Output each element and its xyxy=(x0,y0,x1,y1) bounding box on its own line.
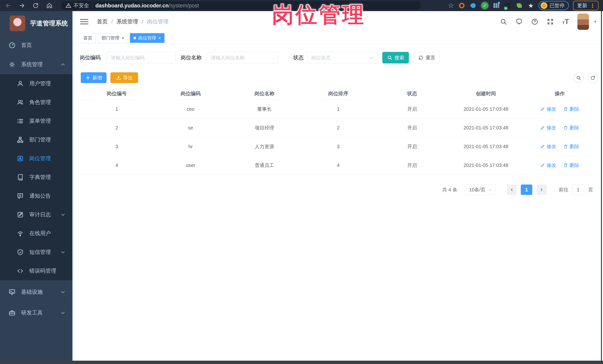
delete-link[interactable]: 删除 xyxy=(563,106,579,112)
delete-link[interactable]: 删除 xyxy=(563,162,579,169)
tab-posts[interactable]: 岗位管理 × xyxy=(130,33,164,43)
page-size-select[interactable]: 10条/页 xyxy=(465,185,496,195)
browser-back-icon[interactable] xyxy=(4,2,12,9)
delete-link[interactable]: 删除 xyxy=(563,143,579,150)
sidebar-item-dev-tools[interactable]: 研发工具 xyxy=(0,302,72,323)
extension-star-icon[interactable]: ★ xyxy=(527,2,534,9)
dashboard-icon xyxy=(9,42,16,49)
browser-forward-icon[interactable] xyxy=(18,2,26,9)
reset-button-label: 重置 xyxy=(426,55,435,61)
tab-departments[interactable]: 部门管理 × xyxy=(98,33,128,43)
cell-post-name: 普通员工 xyxy=(228,162,302,169)
security-warning[interactable]: 不安全 xyxy=(66,2,89,9)
sidebar-scrollbar[interactable] xyxy=(72,11,73,361)
address-bar[interactable]: 不安全 dashboard.yudao.iocoder.cn/system/po… xyxy=(61,1,421,10)
announcement-icon xyxy=(17,192,24,199)
extension-stack-icon[interactable]: G xyxy=(504,2,511,9)
extension-grid-icon[interactable] xyxy=(493,2,500,9)
col-header-post-id: 岗位编号 xyxy=(80,90,154,97)
sidebar-item-infrastructure[interactable]: 基础设施 xyxy=(0,282,72,302)
sidebar-item-announcements[interactable]: 通知公告 xyxy=(0,187,72,205)
extension-leaf-icon[interactable] xyxy=(516,2,523,9)
search-button[interactable]: 搜索 xyxy=(382,52,409,63)
edit-link[interactable]: 修改 xyxy=(540,106,556,112)
sidebar-item-audit-log[interactable]: 审计日志 xyxy=(0,205,72,224)
close-icon[interactable]: × xyxy=(158,36,161,40)
cell-operations: 修改 删除 xyxy=(523,106,597,112)
page-unit-label: 页 xyxy=(588,185,593,195)
next-page-button[interactable] xyxy=(536,185,546,195)
sidebar-item-system[interactable]: 系统管理 xyxy=(0,55,72,74)
post-name-input[interactable] xyxy=(207,52,278,63)
sidebar-item-sms[interactable]: 短信管理 xyxy=(0,243,72,262)
bookmark-star-icon[interactable]: ☆ xyxy=(448,2,454,10)
update-button[interactable]: 更新 ⋮ xyxy=(573,1,599,10)
sidebar-item-label: 部门管理 xyxy=(29,136,51,143)
dictionary-icon xyxy=(17,174,24,181)
extension-blue-pin-icon[interactable] xyxy=(470,2,477,9)
sidebar-item-menus[interactable]: 菜单管理 xyxy=(0,112,72,130)
font-size-icon[interactable]: TT xyxy=(562,18,569,25)
app-title: 芋道管理系统 xyxy=(30,19,68,28)
url-text: dashboard.yudao.iocoder.cn/system/post xyxy=(95,3,199,9)
trash-icon xyxy=(563,163,568,168)
cell-post-code: ceo xyxy=(154,106,228,112)
avatar[interactable] xyxy=(577,13,589,30)
browser-reload-icon[interactable] xyxy=(32,2,39,9)
browser-home-icon[interactable] xyxy=(46,2,53,9)
chevron-down-icon[interactable]: ▾ xyxy=(594,19,596,24)
sidebar-item-online-users[interactable]: 在线用户 xyxy=(0,224,72,243)
sidebar-item-label: 角色管理 xyxy=(29,99,51,106)
tab-home[interactable]: 首页 xyxy=(80,33,96,43)
status-select-placeholder: 岗位状态 xyxy=(311,55,331,61)
extension-green-check-icon[interactable]: ✓ xyxy=(481,2,488,9)
cell-post-id: 3 xyxy=(80,144,154,149)
annotation-title: 岗位管理 xyxy=(272,0,366,29)
edit-link[interactable]: 修改 xyxy=(540,143,556,150)
delete-label: 删除 xyxy=(569,106,579,112)
breadcrumb-home[interactable]: 首页 xyxy=(97,18,108,25)
paused-badge[interactable]: ☺ 已暂停 xyxy=(539,1,569,10)
post-code-input[interactable] xyxy=(106,52,176,63)
sidebar-item-error-codes[interactable]: 错误码管理 xyxy=(0,262,72,280)
tags-view-bar: 首页 部门管理 × 岗位管理 × xyxy=(73,32,603,44)
status-select[interactable]: 岗位状态 xyxy=(307,52,378,63)
sidebar-item-home[interactable]: 首页 xyxy=(0,36,72,55)
breadcrumb-system[interactable]: 系统管理 xyxy=(116,18,138,25)
fullscreen-icon[interactable] xyxy=(547,18,554,25)
sidebar-item-departments[interactable]: 部门管理 xyxy=(0,130,72,149)
warning-triangle-icon xyxy=(66,3,71,8)
table-row: 3 hr 人力资源 3 开启 2021-01-05 17:03:48 修改 删除 xyxy=(80,137,597,156)
page-scrollbar[interactable] xyxy=(600,11,603,361)
current-page-button[interactable]: 1 xyxy=(521,185,532,195)
cell-operations: 修改 删除 xyxy=(523,162,597,169)
refresh-table-button[interactable] xyxy=(588,73,598,83)
goto-label: 前往 xyxy=(559,185,568,195)
sidebar-item-roles[interactable]: 角色管理 xyxy=(0,93,72,112)
goto-page-input[interactable] xyxy=(572,185,584,195)
extension-orange-ring-icon[interactable] xyxy=(458,2,465,9)
toggle-search-button[interactable] xyxy=(573,73,584,83)
cell-post-code: hr xyxy=(154,144,228,149)
reset-button[interactable]: 重置 xyxy=(414,52,440,63)
browser-menu-icon[interactable]: ⋮ xyxy=(590,2,595,9)
add-button[interactable]: 新增 xyxy=(81,72,106,83)
hamburger-icon[interactable] xyxy=(80,18,88,26)
search-icon[interactable] xyxy=(500,18,507,25)
system-submenu: 用户管理 角色管理 菜单管理 部门管理 岗位管理 xyxy=(0,74,72,280)
app-logo xyxy=(10,16,25,31)
prev-page-button[interactable] xyxy=(507,185,517,195)
sidebar-item-dictionary[interactable]: 字典管理 xyxy=(0,168,72,187)
edit-link[interactable]: 修改 xyxy=(540,125,556,131)
help-icon[interactable] xyxy=(531,18,538,25)
edit-link[interactable]: 修改 xyxy=(540,162,556,169)
cell-post-code: user xyxy=(154,162,228,168)
delete-link[interactable]: 删除 xyxy=(563,125,579,131)
sidebar-item-label: 审计日志 xyxy=(29,211,51,219)
export-button[interactable]: 导出 xyxy=(110,72,138,83)
trash-icon xyxy=(563,107,568,111)
github-icon[interactable] xyxy=(516,18,523,25)
close-icon[interactable]: × xyxy=(122,36,124,40)
sidebar-item-users[interactable]: 用户管理 xyxy=(0,74,72,93)
sidebar-item-posts[interactable]: 岗位管理 xyxy=(0,149,72,168)
